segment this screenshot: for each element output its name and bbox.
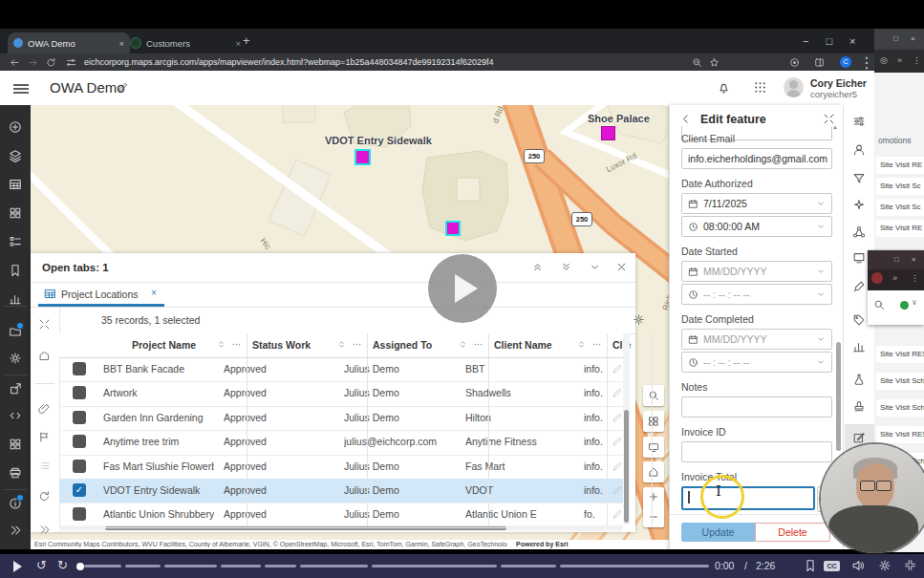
chevron-down-icon[interactable] xyxy=(816,222,826,231)
app-launcher-icon[interactable] xyxy=(753,80,767,95)
browser-tab-active[interactable]: OWA Demo × xyxy=(8,32,130,54)
progress-segment[interactable] xyxy=(164,565,217,567)
update-button[interactable]: Update xyxy=(681,523,755,542)
sidebar-item-add-icon[interactable] xyxy=(9,120,22,134)
video-play-overlay[interactable] xyxy=(428,254,497,323)
sidebar-item-bookmarks-icon[interactable] xyxy=(9,264,22,277)
chevron-down-icon[interactable]: ∨ xyxy=(912,298,917,307)
new-tab-button[interactable]: + xyxy=(243,33,250,48)
table-settings-gear-icon[interactable] xyxy=(633,313,645,326)
collapse-all-icon[interactable] xyxy=(531,261,544,273)
sort-icon[interactable] xyxy=(458,339,468,350)
progress-segment[interactable] xyxy=(300,565,368,567)
table-row[interactable]: Garden Inn GardeningApprovedJulius DemoH… xyxy=(59,406,623,431)
table-tool-list-icon[interactable] xyxy=(38,460,51,472)
row-checkbox[interactable] xyxy=(73,435,86,448)
chevron-down-icon[interactable] xyxy=(816,357,826,367)
tool-pop-ups-icon[interactable] xyxy=(852,251,866,265)
tool-properties-icon[interactable] xyxy=(852,115,866,128)
column-header[interactable]: Project Name xyxy=(132,333,196,357)
input-invoice_id[interactable] xyxy=(681,441,832,462)
table-tool-expand-diag-icon[interactable] xyxy=(38,318,51,331)
row-edit-pencil-icon[interactable] xyxy=(612,412,623,423)
table-row[interactable]: ArtworkApprovedJulius DemoShadwellsinfo. xyxy=(59,381,623,406)
progress-segment[interactable] xyxy=(560,565,709,567)
map-zoom-in-button[interactable] xyxy=(648,491,659,503)
row-checkbox[interactable] xyxy=(73,507,86,521)
panel-scrollbar[interactable] xyxy=(836,342,841,451)
progress-segment[interactable] xyxy=(265,565,296,567)
chevron-down-icon[interactable] xyxy=(816,267,826,276)
table-row[interactable]: Anytime tree trimApprovedjulius@eichcorp… xyxy=(59,430,623,455)
sidebar-item-map-properties-icon[interactable] xyxy=(9,352,22,365)
sidebar-item-legend-icon[interactable] xyxy=(9,235,22,248)
sort-icon[interactable] xyxy=(336,339,347,350)
tool-filter-icon[interactable] xyxy=(852,172,866,185)
avatar[interactable] xyxy=(784,77,804,97)
overflow-icon[interactable]: » xyxy=(897,55,902,65)
sort-icon[interactable] xyxy=(576,339,587,350)
site-settings-icon[interactable] xyxy=(66,57,76,68)
input-date_started-date[interactable]: MM/DD/YYYY xyxy=(681,261,832,282)
delete-button[interactable]: Delete xyxy=(755,523,830,542)
input-date_completed-time[interactable]: -- : -- : -- -- xyxy=(681,352,832,373)
input-date_completed-date[interactable]: MM/DD/YYYY xyxy=(681,329,832,350)
tool-label-icon[interactable] xyxy=(852,313,866,327)
back-icon[interactable] xyxy=(10,57,20,68)
browser-menu-icon[interactable]: ⋮ xyxy=(859,54,874,72)
row-checkbox[interactable] xyxy=(73,411,86,424)
close-tab-icon[interactable]: × xyxy=(151,288,157,298)
sidebar-item-embed-icon[interactable] xyxy=(9,409,22,422)
bookmark-icon[interactable] xyxy=(804,559,817,572)
notifications-bell-icon[interactable] xyxy=(717,80,731,95)
map-screen-button[interactable] xyxy=(643,437,664,458)
close-icon[interactable]: × xyxy=(911,34,915,43)
captions-icon[interactable]: CC xyxy=(824,561,840,571)
feature-marker-vdot[interactable] xyxy=(355,149,371,165)
column-menu-icon[interactable] xyxy=(473,339,483,350)
close-panel-icon[interactable] xyxy=(615,261,628,273)
map-zoom-out-button[interactable] xyxy=(648,511,659,523)
table-tool-refresh-icon[interactable] xyxy=(38,490,51,503)
sidebar-item-share-icon[interactable] xyxy=(9,382,22,396)
maximize-icon[interactable]: □ xyxy=(893,34,898,43)
browser-tab-customers[interactable]: Customers × xyxy=(124,32,247,54)
sidebar-item-expand-icon[interactable] xyxy=(9,524,22,537)
zoom-page-icon[interactable] xyxy=(692,57,702,68)
expand-all-icon[interactable] xyxy=(560,261,572,273)
table-row[interactable]: ✓VDOT Entry SidewalkApprovedJulius DemoV… xyxy=(59,479,623,503)
extensions-icon[interactable]: ◎ xyxy=(880,55,888,65)
column-header[interactable]: Status Work xyxy=(252,333,311,357)
forward-icon[interactable]: ↻ xyxy=(57,558,68,572)
tool-styles-icon[interactable] xyxy=(852,280,866,293)
feature-marker[interactable] xyxy=(445,221,461,236)
tool-aggregation-icon[interactable] xyxy=(852,225,866,239)
input-date_started-time[interactable]: -- : -- : -- -- xyxy=(681,284,832,305)
edit-title-icon[interactable] xyxy=(117,81,129,94)
tool-effects-icon[interactable] xyxy=(852,199,866,212)
input-notes[interactable] xyxy=(681,396,832,417)
profile-avatar[interactable]: C xyxy=(840,56,851,68)
sidebar-item-charts-icon[interactable] xyxy=(9,292,22,306)
menu-icon[interactable]: ⋮ xyxy=(913,55,921,65)
row-checkbox[interactable] xyxy=(73,362,86,375)
feature-marker-shoe-palace[interactable] xyxy=(601,126,615,140)
tab-search-icon[interactable] xyxy=(814,57,825,68)
url-text[interactable]: eichcorporg.maps.arcgis.com/apps/mapview… xyxy=(84,57,657,67)
overflow-icon[interactable]: » xyxy=(892,273,897,283)
row-edit-pencil-icon[interactable] xyxy=(612,484,623,496)
sidebar-item-apps-icon[interactable] xyxy=(9,438,22,451)
row-checkbox[interactable]: ✓ xyxy=(73,483,86,497)
chevron-down-icon[interactable] xyxy=(816,289,826,299)
sidebar-item-layers-icon[interactable] xyxy=(9,149,22,162)
table-tab-label[interactable]: Project Locations xyxy=(61,289,139,300)
sidebar-item-print-icon[interactable] xyxy=(9,466,22,480)
tool-analysis-icon[interactable] xyxy=(852,373,866,386)
table-tool-zoom-to-icon[interactable] xyxy=(38,350,51,362)
scroll-up-arrow[interactable]: ▲ xyxy=(832,124,838,130)
column-menu-icon[interactable] xyxy=(352,339,362,350)
fullscreen-icon[interactable] xyxy=(904,559,916,571)
vertical-scrollbar[interactable] xyxy=(623,333,630,524)
input-date_authorized-time[interactable]: 08:00:00 AM xyxy=(681,216,832,237)
close-icon[interactable]: × xyxy=(912,255,915,264)
